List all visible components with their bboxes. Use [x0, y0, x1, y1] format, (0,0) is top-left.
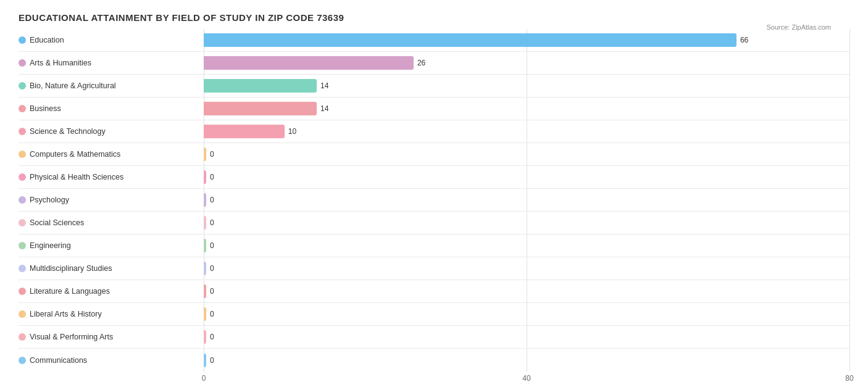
bar-fill — [204, 193, 206, 207]
bar-fill — [204, 284, 206, 298]
bar-area: 0 — [204, 262, 849, 275]
bar-fill — [204, 262, 206, 275]
bar-row: Communications0 — [19, 349, 849, 371]
bar-label: Education — [19, 36, 204, 44]
bar-label: Bio, Nature & Agricultural — [19, 81, 204, 90]
bar-area: 0 — [204, 284, 849, 298]
bar-value-label: 0 — [210, 356, 214, 365]
bar-dot-icon — [19, 196, 26, 204]
bar-label: Arts & Humanities — [19, 59, 204, 67]
bar-label-text: Science & Technology — [30, 127, 106, 136]
bar-value-label: 0 — [210, 333, 214, 341]
bar-value-label: 0 — [210, 218, 214, 227]
bar-dot-icon — [19, 219, 26, 226]
chart-title: EDUCATIONAL ATTAINMENT BY FIELD OF STUDY… — [19, 12, 849, 23]
bar-fill — [204, 170, 206, 184]
bar-label: Physical & Health Sciences — [19, 173, 204, 181]
bar-fill — [204, 147, 206, 161]
bar-fill — [204, 216, 206, 230]
bar-area: 66 — [204, 33, 849, 47]
bar-label-text: Literature & Languages — [30, 287, 110, 296]
bar-area: 0 — [204, 239, 849, 252]
bar-dot-icon — [19, 36, 26, 44]
bar-label: Social Sciences — [19, 218, 204, 227]
bar-label: Liberal Arts & History — [19, 310, 204, 318]
bar-value-label: 0 — [210, 287, 214, 296]
bar-label-text: Social Sciences — [30, 218, 84, 227]
bar-label: Computers & Mathematics — [19, 150, 204, 159]
bar-value-label: 14 — [320, 81, 328, 90]
bar-row: Science & Technology10 — [19, 120, 849, 143]
bar-dot-icon — [19, 173, 26, 181]
bar-value-label: 66 — [740, 36, 748, 44]
bar-row: Computers & Mathematics0 — [19, 143, 849, 166]
bar-fill — [204, 33, 737, 47]
bar-row: Social Sciences0 — [19, 212, 849, 234]
bar-row: Education66 — [19, 29, 849, 52]
bar-row: Engineering0 — [19, 234, 849, 257]
x-axis-tick: 40 — [522, 374, 530, 383]
bar-dot-icon — [19, 288, 26, 295]
bar-label: Business — [19, 104, 204, 113]
bar-row: Visual & Performing Arts0 — [19, 326, 849, 349]
bar-label-text: Engineering — [30, 241, 71, 250]
bar-label: Visual & Performing Arts — [19, 333, 204, 341]
bar-label-text: Physical & Health Sciences — [30, 173, 123, 181]
bar-area: 26 — [204, 56, 849, 70]
bar-dot-icon — [19, 128, 26, 135]
bar-row: Bio, Nature & Agricultural14 — [19, 75, 849, 98]
bar-label: Multidisciplinary Studies — [19, 264, 204, 273]
bar-label: Communications — [19, 356, 204, 365]
bar-label-text: Liberal Arts & History — [30, 310, 102, 318]
bar-fill — [204, 330, 206, 344]
bar-area: 0 — [204, 193, 849, 207]
bar-fill — [204, 354, 206, 367]
bar-label: Engineering — [19, 241, 204, 250]
bar-label-text: Computers & Mathematics — [30, 150, 120, 159]
bar-row: Literature & Languages0 — [19, 280, 849, 303]
bar-label: Psychology — [19, 196, 204, 204]
bar-area: 0 — [204, 354, 849, 367]
bar-row: Business14 — [19, 98, 849, 120]
bar-dot-icon — [19, 265, 26, 272]
chart-container: Education66Arts & Humanities26Bio, Natur… — [19, 29, 849, 386]
bar-row: Liberal Arts & History0 — [19, 303, 849, 326]
bar-label-text: Business — [30, 104, 61, 113]
bar-value-label: 0 — [210, 196, 214, 204]
bar-area: 0 — [204, 147, 849, 161]
bar-value-label: 14 — [320, 104, 328, 113]
bar-fill — [204, 102, 317, 115]
bar-area: 0 — [204, 170, 849, 184]
bar-row: Physical & Health Sciences0 — [19, 166, 849, 189]
bar-area: 14 — [204, 102, 849, 115]
bar-value-label: 0 — [210, 241, 214, 250]
bar-fill — [204, 79, 317, 93]
bar-dot-icon — [19, 151, 26, 158]
bar-fill — [204, 239, 206, 252]
bar-value-label: 26 — [417, 59, 425, 67]
bar-fill — [204, 125, 285, 138]
bar-area: 0 — [204, 330, 849, 344]
bar-area: 10 — [204, 125, 849, 138]
bar-area: 14 — [204, 79, 849, 93]
bar-value-label: 0 — [210, 150, 214, 159]
grid-line — [849, 29, 850, 371]
bar-label: Literature & Languages — [19, 287, 204, 296]
bar-label-text: Communications — [30, 356, 87, 365]
bar-value-label: 0 — [210, 310, 214, 318]
bar-row: Multidisciplinary Studies0 — [19, 257, 849, 280]
bar-label-text: Psychology — [30, 196, 69, 204]
bar-label-text: Multidisciplinary Studies — [30, 264, 112, 273]
bar-area: 0 — [204, 216, 849, 230]
bar-value-label: 0 — [210, 173, 214, 181]
bar-value-label: 10 — [288, 127, 296, 136]
bar-dot-icon — [19, 82, 26, 89]
bar-fill — [204, 307, 206, 321]
bar-fill — [204, 56, 414, 70]
bar-dot-icon — [19, 242, 26, 249]
x-axis-tick: 80 — [845, 374, 853, 383]
bar-label-text: Visual & Performing Arts — [30, 333, 113, 341]
bar-dot-icon — [19, 357, 26, 364]
bar-dot-icon — [19, 105, 26, 112]
bar-label-text: Education — [30, 36, 64, 44]
